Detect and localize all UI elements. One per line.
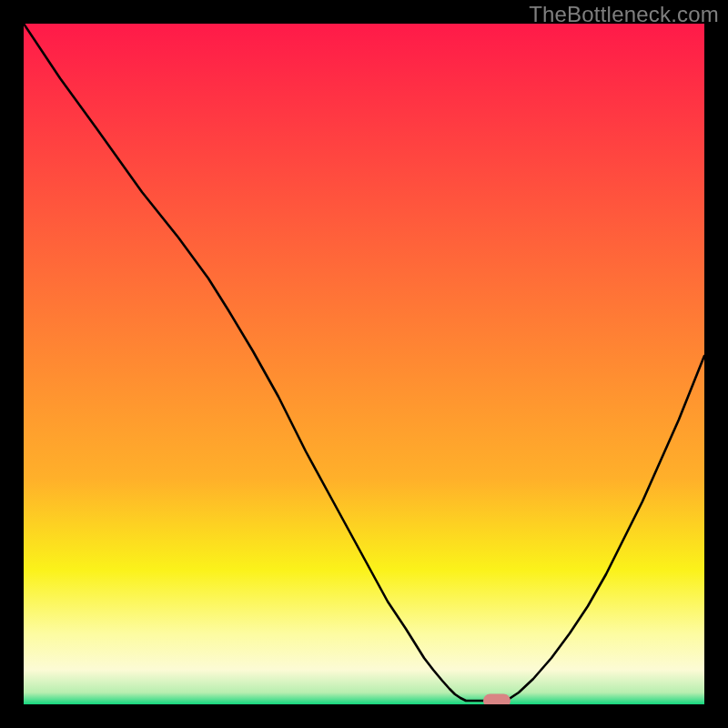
watermark-text: TheBottleneck.com xyxy=(529,2,719,27)
bottleneck-curve xyxy=(24,24,704,704)
optimal-point-marker xyxy=(483,694,511,705)
chart-frame: TheBottleneck.com xyxy=(0,0,728,728)
plot-area xyxy=(24,24,704,704)
